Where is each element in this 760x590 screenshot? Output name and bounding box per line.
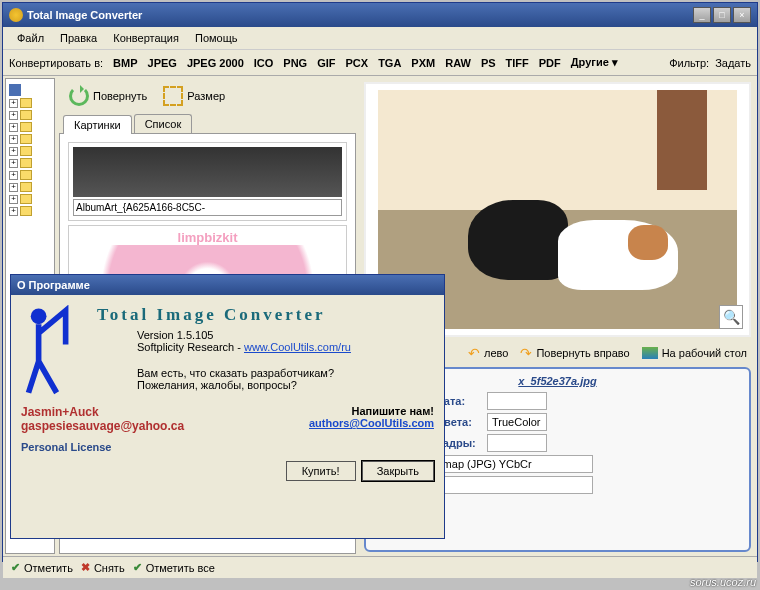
convert-label: Конвертировать в: <box>9 57 103 69</box>
tab-list[interactable]: Список <box>134 114 193 133</box>
rotate-button[interactable]: Повернуть <box>65 84 151 108</box>
about-question2: Пожелания, жалобы, вопросы? <box>137 379 351 391</box>
app-icon <box>9 8 23 22</box>
rotate-right-icon: ↷ <box>520 345 532 361</box>
fmt-ps[interactable]: PS <box>477 55 500 71</box>
set-filter-button[interactable]: Задать <box>715 57 751 69</box>
about-title: Total Image Converter <box>97 305 351 325</box>
write-us-label: Напишите нам! <box>309 405 434 417</box>
rotate-left-button[interactable]: ↶лево <box>468 345 508 361</box>
fmt-jpeg2000[interactable]: JPEG 2000 <box>183 55 248 71</box>
rotate-left-icon: ↶ <box>468 345 480 361</box>
resize-icon <box>163 86 183 106</box>
info-colors: TrueColor <box>487 413 547 431</box>
fmt-bmp[interactable]: BMP <box>109 55 141 71</box>
mark-all-button[interactable]: ✔Отметить все <box>133 561 215 574</box>
thumb-item[interactable]: AlbumArt_{A625A166-8C5C- <box>68 142 347 221</box>
fmt-png[interactable]: PNG <box>279 55 311 71</box>
menu-file[interactable]: Файл <box>9 29 52 47</box>
fmt-raw[interactable]: RAW <box>441 55 475 71</box>
rotate-icon <box>69 86 89 106</box>
mark-button[interactable]: ✔Отметить <box>11 561 73 574</box>
menu-help[interactable]: Помощь <box>187 29 246 47</box>
desktop-icon <box>642 347 658 359</box>
convert-toolbar: Конвертировать в: BMP JPEG JPEG 2000 ICO… <box>3 50 757 76</box>
zoom-icon[interactable]: 🔍 <box>719 305 743 329</box>
resize-button[interactable]: Размер <box>159 84 229 108</box>
minimize-button[interactable]: _ <box>693 7 711 23</box>
about-version: Version 1.5.105 <box>137 329 351 341</box>
watermark: sorus.ucoz.ru <box>690 576 756 588</box>
about-logo-icon <box>21 305 81 395</box>
check-icon: ✔ <box>11 561 20 574</box>
buy-button[interactable]: Купить! <box>286 461 356 481</box>
fmt-tga[interactable]: TGA <box>374 55 405 71</box>
fmt-pcx[interactable]: PCX <box>342 55 373 71</box>
menu-convert[interactable]: Конвертация <box>105 29 187 47</box>
bottom-bar: ✔Отметить ✖Снять ✔Отметить все <box>3 556 757 578</box>
maximize-button[interactable]: □ <box>713 7 731 23</box>
filter-label: Фильтр: <box>669 57 709 69</box>
fmt-gif[interactable]: GIF <box>313 55 339 71</box>
menu-edit[interactable]: Правка <box>52 29 105 47</box>
set-desktop-button[interactable]: На рабочий стол <box>642 345 747 361</box>
close-button[interactable]: × <box>733 7 751 23</box>
menubar: Файл Правка Конвертация Помощь <box>3 27 757 50</box>
cross-icon: ✖ <box>81 561 90 574</box>
fmt-other[interactable]: Другие ▾ <box>567 54 622 71</box>
app-title: Total Image Converter <box>27 9 142 21</box>
svg-point-0 <box>31 308 47 324</box>
fmt-pxm[interactable]: PXM <box>407 55 439 71</box>
fmt-ico[interactable]: ICO <box>250 55 278 71</box>
license-name: Jasmin+Auck <box>21 405 184 419</box>
about-question1: Вам есть, что сказать разработчикам? <box>137 367 351 379</box>
main-titlebar: Total Image Converter _ □ × <box>3 3 757 27</box>
info-frames <box>487 434 547 452</box>
fmt-jpeg[interactable]: JPEG <box>144 55 181 71</box>
tab-pictures[interactable]: Картинки <box>63 115 132 134</box>
about-titlebar: О Программе <box>11 275 444 295</box>
close-dialog-button[interactable]: Закрыть <box>362 461 434 481</box>
rotate-right-button[interactable]: ↷Повернуть вправо <box>520 345 629 361</box>
check-icon: ✔ <box>133 561 142 574</box>
fmt-pdf[interactable]: PDF <box>535 55 565 71</box>
license-type: Personal License <box>21 441 184 453</box>
fmt-tiff[interactable]: TIFF <box>502 55 533 71</box>
unmark-button[interactable]: ✖Снять <box>81 561 125 574</box>
company-link[interactable]: www.CoolUtils.com/ru <box>244 341 351 353</box>
license-email: gaspesiesauvage@yahoo.ca <box>21 419 184 433</box>
authors-link[interactable]: authors@CoolUtils.com <box>309 417 434 429</box>
about-dialog: О Программе Total Image Converter Versio… <box>10 274 445 539</box>
info-date <box>487 392 547 410</box>
